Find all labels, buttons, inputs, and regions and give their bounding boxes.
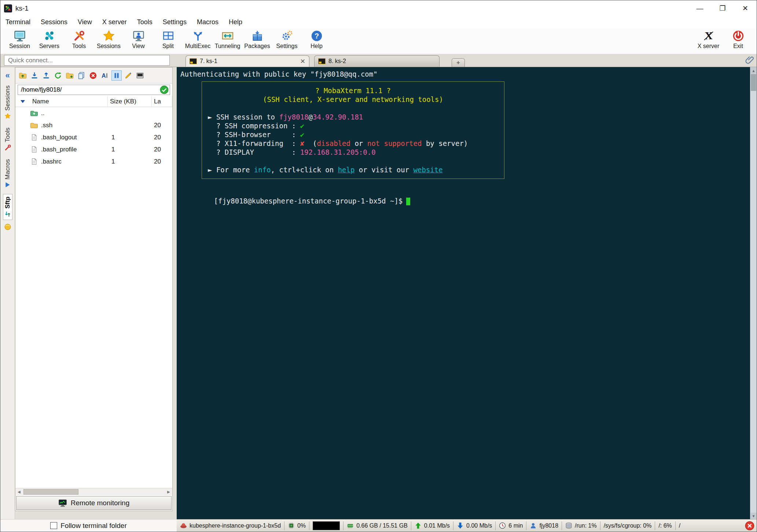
status-disk-truncated: / xyxy=(676,520,684,532)
status-user: fjy8018 xyxy=(526,520,562,532)
scroll-right-icon[interactable]: ► xyxy=(165,488,172,495)
tunneling-button[interactable]: Tunneling xyxy=(213,30,242,49)
follow-terminal-folder-checkbox[interactable] xyxy=(50,522,57,529)
terminal-text: ► SSH session to xyxy=(208,113,279,121)
sessions-button[interactable]: Sessions xyxy=(94,30,124,49)
path-ok-icon[interactable] xyxy=(160,85,169,94)
session-button[interactable]: Session xyxy=(5,30,34,49)
refresh-icon[interactable] xyxy=(53,70,63,81)
status-download: 0.00 Mb/s xyxy=(453,520,495,532)
menu-help[interactable]: Help xyxy=(224,18,247,26)
gear-icon xyxy=(281,30,293,42)
sidebar-tab-macros[interactable]: Macros xyxy=(3,157,12,191)
terminal-line: ► For more info, ctrl+click on help or v… xyxy=(208,165,498,174)
xserver-button[interactable]: X X server xyxy=(694,30,723,49)
scroll-up-icon[interactable]: ▲ xyxy=(750,67,757,74)
menu-view[interactable]: View xyxy=(73,18,97,26)
help-button[interactable]: ? Help xyxy=(302,30,331,49)
file-row-bashrc[interactable]: .bashrc 1 20 xyxy=(15,155,172,168)
terminal-line xyxy=(208,104,498,113)
menu-terminal[interactable]: Terminal xyxy=(0,18,36,26)
file-row-parent[interactable]: .. xyxy=(15,107,172,119)
paperclip-icon[interactable] xyxy=(745,55,754,65)
menu-xserver[interactable]: X server xyxy=(97,18,132,26)
multiexec-button[interactable]: MultiExec xyxy=(183,30,213,49)
status-cpu: 0% xyxy=(284,520,309,532)
file-row-bash-logout[interactable]: .bash_logout 1 20 xyxy=(15,131,172,143)
remote-monitoring-button[interactable]: Remote monitoring xyxy=(16,496,172,510)
ball-icon[interactable] xyxy=(4,224,11,230)
terminal-text: ► For more xyxy=(208,166,254,174)
column-header-size[interactable]: Size (KB) xyxy=(108,96,152,107)
terminal-text: ? MobaXterm 11.1 ? xyxy=(315,87,391,95)
terminal-text: ? SSH-browser : xyxy=(208,131,300,139)
delete-icon[interactable] xyxy=(88,70,98,81)
go-up-folder-icon[interactable] xyxy=(18,70,28,81)
shell-prompt: [fjy8018@kubesphere-instance-group-1-bx5… xyxy=(214,197,403,205)
menu-tools[interactable]: Tools xyxy=(132,18,158,26)
scroll-left-icon[interactable]: ◄ xyxy=(15,488,23,495)
remote-path-input[interactable] xyxy=(18,85,170,95)
tools-button[interactable]: Tools xyxy=(64,30,94,49)
maximize-button[interactable]: ❐ xyxy=(711,0,734,16)
status-upload: 0.01 Mb/s xyxy=(411,520,453,532)
terminal-line xyxy=(208,157,498,165)
terminal-text: 192.168.31.205:0.0 xyxy=(300,148,376,156)
file-row-ssh[interactable]: .ssh 20 xyxy=(15,119,172,131)
session-monitor-icon xyxy=(14,30,26,42)
rename-icon[interactable]: A xyxy=(100,70,110,81)
terminal-text: ✘ xyxy=(300,139,304,147)
horizontal-scrollbar[interactable]: ◄ ► xyxy=(15,488,172,495)
terminal-link[interactable]: help xyxy=(338,166,355,174)
minimize-button[interactable]: — xyxy=(688,0,711,16)
tab-ks-2[interactable]: 8. ks-2 xyxy=(314,55,440,67)
servers-button[interactable]: Servers xyxy=(34,30,64,49)
terminal-text: ? DISPLAY : xyxy=(208,148,300,156)
scrollbar-thumb[interactable] xyxy=(751,74,756,91)
new-folder-icon[interactable] xyxy=(65,70,75,81)
folder-icon xyxy=(30,122,38,129)
view-button[interactable]: View xyxy=(124,30,153,49)
terminal-text: 34.92.90.181 xyxy=(313,113,363,121)
close-button[interactable]: ✕ xyxy=(734,0,757,16)
menu-macros[interactable]: Macros xyxy=(192,18,224,26)
terminal-tab-icon xyxy=(190,58,197,64)
terminal-text: ? SSH compression : xyxy=(208,122,300,130)
scrollbar-thumb[interactable] xyxy=(23,489,78,495)
quick-connect-input[interactable] xyxy=(4,55,170,66)
menu-sessions[interactable]: Sessions xyxy=(36,18,73,26)
tab-close-icon[interactable]: ✕ xyxy=(300,58,305,65)
menu-settings[interactable]: Settings xyxy=(158,18,192,26)
monitoring-icon xyxy=(58,499,67,507)
scroll-down-icon[interactable]: ▼ xyxy=(750,513,757,519)
statusbar-close-icon[interactable] xyxy=(745,521,754,531)
packages-button[interactable]: Packages xyxy=(242,30,272,49)
download-icon[interactable] xyxy=(29,70,40,81)
new-tab-button[interactable]: + xyxy=(452,58,465,67)
terminal-auth-line: Authenticating with public key "fjy8018@… xyxy=(180,70,747,78)
sidebar-tab-tools[interactable]: Tools xyxy=(3,125,12,153)
split-grid-icon xyxy=(162,30,174,42)
pause-sync-icon[interactable] xyxy=(111,70,122,81)
edit-icon[interactable] xyxy=(123,70,133,81)
copy-file-icon[interactable] xyxy=(76,70,87,81)
open-terminal-icon[interactable] xyxy=(135,70,145,81)
column-header-modified[interactable]: La xyxy=(152,96,172,107)
settings-button[interactable]: Settings xyxy=(272,30,302,49)
terminal-scrollbar[interactable]: ▲ ▼ xyxy=(750,67,757,519)
exit-button[interactable]: Exit xyxy=(723,30,753,49)
collapse-sidebar-button[interactable]: « xyxy=(5,71,10,80)
upload-icon[interactable] xyxy=(41,70,51,81)
terminal-cursor xyxy=(406,198,410,205)
terminal[interactable]: Authenticating with public key "fjy8018@… xyxy=(177,67,757,519)
terminal-link[interactable]: website xyxy=(414,166,443,174)
status-uptime: 6 min xyxy=(496,520,526,532)
split-button[interactable]: Split xyxy=(153,30,183,49)
column-header-name[interactable]: Name xyxy=(15,96,108,107)
sidebar-tab-sessions[interactable]: Sessions xyxy=(3,83,12,122)
user-icon xyxy=(530,522,537,529)
sidebar-tab-sftp[interactable]: Sftp xyxy=(3,194,12,220)
file-row-bash-profile[interactable]: .bash_profile 1 20 xyxy=(15,143,172,155)
main-toolbar: Session Servers Tools Sessions View Spli… xyxy=(0,28,757,54)
tab-ks-1[interactable]: 7. ks-1 ✕ xyxy=(185,55,309,67)
